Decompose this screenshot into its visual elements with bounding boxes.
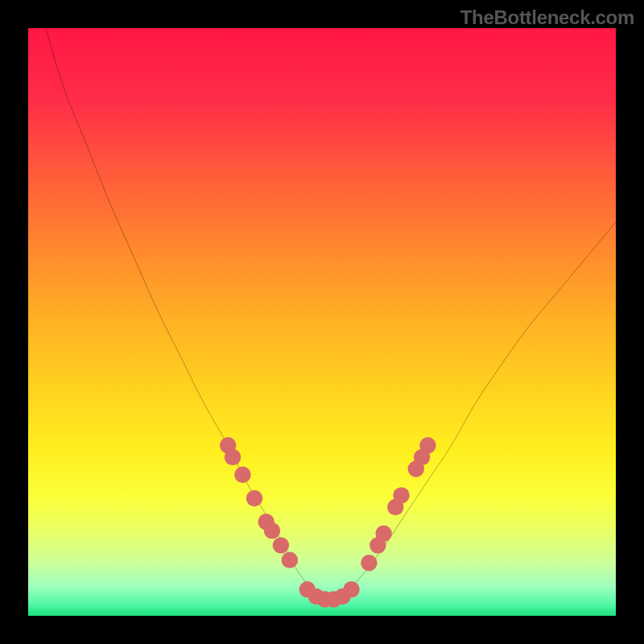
watermark-text: TheBottleneck.com — [460, 6, 634, 29]
marker-dot — [246, 490, 262, 506]
marker-dot — [282, 551, 298, 568]
marker-dot — [225, 449, 241, 465]
marker-dot — [361, 555, 377, 571]
chart-svg — [28, 28, 616, 616]
chart-background — [28, 28, 616, 616]
marker-dot — [264, 522, 280, 539]
marker-dot — [343, 581, 359, 597]
marker-dot — [375, 526, 391, 542]
chart-plot-area — [28, 28, 616, 616]
marker-dot — [273, 537, 289, 553]
marker-dot — [393, 487, 409, 503]
marker-dot — [419, 437, 436, 453]
marker-dot — [234, 467, 250, 483]
